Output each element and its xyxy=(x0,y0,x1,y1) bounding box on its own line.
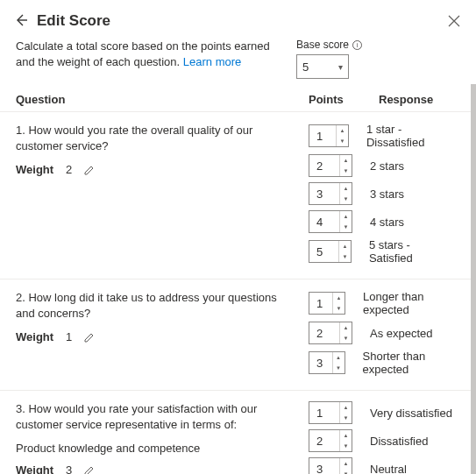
spinner-up-icon[interactable]: ▲ xyxy=(337,125,348,136)
response-text: 2 stars xyxy=(370,159,404,173)
spinner-up-icon[interactable]: ▲ xyxy=(340,183,352,194)
spinner-down-icon[interactable]: ▼ xyxy=(340,194,352,204)
spinner-down-icon[interactable]: ▼ xyxy=(340,469,352,474)
content-scroll: Question Points Response 1. How would yo… xyxy=(0,84,476,474)
option-row: 2▲▼Dissatisfied xyxy=(309,429,455,452)
response-text: 5 stars - Satisfied xyxy=(369,238,455,265)
weight-label: Weight xyxy=(16,330,53,343)
option-row: 5▲▼5 stars - Satisfied xyxy=(309,238,455,265)
option-row: 1▲▼Very dissatisfied xyxy=(309,401,455,424)
points-spinner[interactable]: 1▲▼ xyxy=(309,292,345,315)
base-score-select[interactable]: 5 ▾ xyxy=(296,54,349,79)
points-spinner[interactable]: 3▲▼ xyxy=(309,457,352,474)
spinner-up-icon[interactable]: ▲ xyxy=(340,402,352,413)
question-block: 3. How would you rate your satisfaction … xyxy=(0,391,471,474)
spinner-up-icon[interactable]: ▲ xyxy=(333,293,345,303)
spinner-down-icon[interactable]: ▼ xyxy=(340,222,352,232)
column-response: Response xyxy=(379,93,455,106)
spinner-down-icon[interactable]: ▼ xyxy=(333,303,345,314)
weight-label: Weight xyxy=(16,163,53,176)
spinner-up-icon[interactable]: ▲ xyxy=(340,322,352,333)
response-text: Neutral xyxy=(370,463,407,475)
points-value: 2 xyxy=(309,322,339,343)
weight-label: Weight xyxy=(16,463,53,474)
spinner-down-icon[interactable]: ▼ xyxy=(340,166,352,176)
spinner-up-icon[interactable]: ▲ xyxy=(340,155,352,166)
description-text: Calculate a total score based on the poi… xyxy=(16,39,279,70)
response-text: 3 stars xyxy=(370,187,404,201)
points-spinner[interactable]: 2▲▼ xyxy=(309,429,352,452)
points-value: 3 xyxy=(309,458,339,474)
points-spinner[interactable]: 1▲▼ xyxy=(309,401,352,424)
points-value: 3 xyxy=(309,183,339,204)
weight-value: 1 xyxy=(66,330,72,343)
points-spinner[interactable]: 3▲▼ xyxy=(309,351,345,374)
weight-row: Weight2 xyxy=(16,163,296,176)
response-text: Dissatisfied xyxy=(370,435,428,448)
spinner-down-icon[interactable]: ▼ xyxy=(340,333,352,343)
spinner-down-icon[interactable]: ▼ xyxy=(333,363,345,373)
points-spinner[interactable]: 1▲▼ xyxy=(309,124,349,147)
learn-more-link[interactable]: Learn more xyxy=(183,55,241,68)
column-question: Question xyxy=(16,93,309,106)
option-row: 2▲▼As expected xyxy=(309,322,455,344)
pencil-icon[interactable] xyxy=(84,332,95,343)
spinner-up-icon[interactable]: ▲ xyxy=(339,241,351,251)
option-row: 3▲▼Shorter than expected xyxy=(309,350,455,376)
option-row: 3▲▼3 stars xyxy=(309,182,455,205)
chevron-down-icon: ▾ xyxy=(338,62,343,72)
question-text: 2. How long did it take us to address yo… xyxy=(16,290,296,322)
points-value: 4 xyxy=(309,211,339,232)
points-spinner[interactable]: 5▲▼ xyxy=(309,240,352,263)
response-text: 1 star - Dissatisfied xyxy=(366,123,455,149)
spinner-down-icon[interactable]: ▼ xyxy=(337,136,348,146)
response-text: Very dissatisfied xyxy=(370,407,452,420)
points-value: 1 xyxy=(309,402,339,423)
response-text: As expected xyxy=(370,327,433,340)
question-text: 3. How would you rate your satisfaction … xyxy=(16,401,296,433)
option-row: 1▲▼Longer than expected xyxy=(309,290,455,316)
spinner-down-icon[interactable]: ▼ xyxy=(340,441,352,451)
points-value: 5 xyxy=(309,241,338,262)
base-score-label: Base score i xyxy=(296,39,362,51)
spinner-up-icon[interactable]: ▲ xyxy=(340,211,352,222)
close-icon[interactable] xyxy=(448,15,460,27)
response-text: Longer than expected xyxy=(363,290,455,316)
points-spinner[interactable]: 4▲▼ xyxy=(309,210,352,233)
spinner-down-icon[interactable]: ▼ xyxy=(339,251,351,262)
info-icon[interactable]: i xyxy=(352,40,362,50)
points-spinner[interactable]: 3▲▼ xyxy=(309,182,352,205)
option-row: 2▲▼2 stars xyxy=(309,154,455,177)
subsection-label: Product knowledge and competence xyxy=(16,442,296,455)
points-value: 1 xyxy=(309,125,336,146)
points-value: 2 xyxy=(309,155,339,176)
spinner-down-icon[interactable]: ▼ xyxy=(340,413,352,423)
spinner-up-icon[interactable]: ▲ xyxy=(340,458,352,469)
response-text: 4 stars xyxy=(370,216,404,229)
question-text: 1. How would you rate the overall qualit… xyxy=(16,123,296,154)
points-value: 3 xyxy=(309,352,332,373)
pencil-icon[interactable] xyxy=(84,465,95,474)
weight-row: Weight3 xyxy=(16,463,296,474)
spinner-up-icon[interactable]: ▲ xyxy=(333,352,345,363)
option-row: 3▲▼Neutral xyxy=(309,457,455,474)
points-spinner[interactable]: 2▲▼ xyxy=(309,154,352,177)
pencil-icon[interactable] xyxy=(84,165,95,175)
option-row: 1▲▼1 star - Dissatisfied xyxy=(309,123,455,149)
option-row: 4▲▼4 stars xyxy=(309,210,455,233)
spinner-up-icon[interactable]: ▲ xyxy=(340,430,352,441)
weight-row: Weight1 xyxy=(16,330,296,343)
response-text: Shorter than expected xyxy=(363,350,455,376)
column-points: Points xyxy=(309,93,379,106)
weight-value: 3 xyxy=(66,463,72,474)
question-block: 2. How long did it take us to address yo… xyxy=(0,279,471,391)
points-value: 1 xyxy=(309,293,332,314)
back-arrow-icon[interactable] xyxy=(14,13,30,29)
points-value: 2 xyxy=(309,430,339,451)
question-block: 1. How would you rate the overall qualit… xyxy=(0,112,471,279)
points-spinner[interactable]: 2▲▼ xyxy=(309,322,352,344)
weight-value: 2 xyxy=(66,163,72,176)
page-title: Edit Score xyxy=(37,12,448,30)
